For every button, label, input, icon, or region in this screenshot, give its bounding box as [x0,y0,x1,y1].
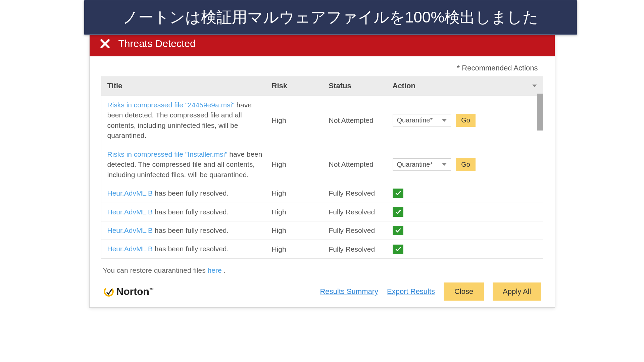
dialog-header: Threats Detected [90,33,555,56]
table-row: Risks in compressed file "Installer.msi"… [101,145,543,184]
footer-actions: Results Summary Export Results Close App… [320,282,541,301]
threat-title-text: has been fully resolved. [153,226,229,234]
cell-action: Quarantine*Go [387,110,543,130]
cell-title: Heur.AdvML.B has been fully resolved. [101,221,269,240]
restore-note: You can restore quarantined files here . [103,266,541,274]
dialog-footer: Norton™ Results Summary Export Results C… [103,282,541,301]
trademark-symbol: ™ [149,287,154,292]
dialog-title: Threats Detected [118,38,196,49]
cell-risk: High [269,156,326,172]
restore-prefix: You can restore quarantined files [103,266,208,274]
threat-title-link[interactable]: Heur.AdvML.B [107,245,153,253]
table-row: Heur.AdvML.B has been fully resolved.Hig… [101,184,543,203]
cell-status: Not Attempted [326,112,387,128]
go-button[interactable]: Go [456,158,476,171]
action-select[interactable]: Quarantine* [393,114,451,126]
norton-brand: Norton™ [103,286,154,297]
column-header-title[interactable]: Title [101,76,269,96]
cell-title: Heur.AdvML.B has been fully resolved. [101,203,269,221]
restore-suffix: . [222,266,226,274]
resolved-check-icon [393,207,403,217]
cell-action [387,185,543,201]
cell-title: Heur.AdvML.B has been fully resolved. [101,184,269,202]
column-header-status[interactable]: Status [326,76,387,96]
norton-logo-icon [103,286,114,297]
threat-title-text: has been fully resolved. [153,189,229,197]
threat-title-text: has been fully resolved. [153,208,229,216]
cell-action [387,222,543,239]
cell-risk: High [269,204,326,220]
table-row: Heur.AdvML.B has been fully resolved.Hig… [101,203,543,221]
cell-status: Fully Resolved [326,241,387,257]
close-button[interactable]: Close [444,282,484,301]
table-row: Heur.AdvML.B has been fully resolved.Hig… [101,240,543,258]
cell-risk: High [269,112,326,128]
scrollbar-thumb[interactable] [537,94,543,131]
close-x-icon [99,38,111,50]
table-row: Heur.AdvML.B has been fully resolved.Hig… [101,221,543,240]
column-header-risk[interactable]: Risk [269,76,326,96]
apply-all-button[interactable]: Apply All [493,282,541,301]
threats-dialog: Threats Detected * Recommended Actions T… [89,33,555,308]
threat-title-link[interactable]: Risks in compressed file "Installer.msi" [107,150,228,158]
action-select-label: Quarantine* [397,116,433,124]
column-header-action-label: Action [393,82,415,90]
resolved-check-icon [393,189,403,198]
export-results-link[interactable]: Export Results [387,287,435,296]
threat-title-text: has been fully resolved. [153,245,229,253]
go-button[interactable]: Go [456,114,476,127]
cell-action [387,204,543,220]
annotation-banner: ノートンは検証用マルウェアファイルを100%検出しました [84,0,577,35]
brand-name: Norton™ [116,286,154,297]
chevron-down-icon[interactable] [532,85,537,87]
results-summary-link[interactable]: Results Summary [320,287,378,296]
cell-action: Quarantine*Go [387,155,543,174]
threat-title-link[interactable]: Risks in compressed file "24459e9a.msi" [107,101,235,109]
recommended-actions-note: * Recommended Actions [90,56,555,76]
resolved-check-icon [393,226,403,235]
action-select[interactable]: Quarantine* [393,158,451,171]
threat-title-link[interactable]: Heur.AdvML.B [107,208,153,216]
svg-point-0 [103,286,114,297]
cell-status: Fully Resolved [326,204,387,220]
cell-title: Risks in compressed file "24459e9a.msi" … [101,96,269,145]
chevron-down-icon [442,119,447,122]
cell-title: Risks in compressed file "Installer.msi"… [101,145,269,184]
resolved-check-icon [393,245,403,254]
cell-status: Not Attempted [326,156,387,172]
cell-status: Fully Resolved [326,222,387,239]
column-header-action[interactable]: Action [387,76,543,96]
cell-risk: High [269,241,326,257]
table-header-row: Title Risk Status Action [101,76,543,96]
cell-title: Heur.AdvML.B has been fully resolved. [101,240,269,258]
chevron-down-icon [442,163,447,166]
cell-risk: High [269,185,326,201]
cell-status: Fully Resolved [326,185,387,201]
cell-risk: High [269,222,326,239]
threat-title-link[interactable]: Heur.AdvML.B [107,226,153,234]
cell-action [387,241,543,257]
restore-here-link[interactable]: here [208,266,222,274]
threat-title-link[interactable]: Heur.AdvML.B [107,189,153,197]
brand-name-text: Norton [116,286,149,297]
action-select-label: Quarantine* [397,161,433,168]
table-row: Risks in compressed file "24459e9a.msi" … [101,96,543,145]
threats-table: Title Risk Status Action Risks in compre… [101,76,543,259]
